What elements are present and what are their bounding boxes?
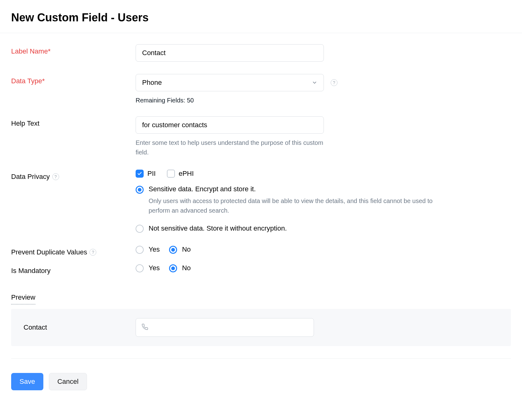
sensitive-radio[interactable] [136, 186, 144, 194]
sensitive-radio-description: Only users with access to protected data… [149, 196, 452, 215]
preview-panel: Contact [11, 309, 511, 346]
help-icon[interactable]: ? [331, 79, 337, 86]
pii-checkbox[interactable] [136, 170, 144, 178]
help-text-description: Enter some text to help users understand… [136, 138, 324, 157]
prevent-duplicates-label-text: Prevent Duplicate Values [11, 248, 87, 256]
remaining-fields-hint: Remaining Fields: 50 [136, 97, 511, 104]
is-mandatory-label: Is Mandatory [11, 264, 136, 275]
data-type-select[interactable]: Phone [136, 74, 324, 91]
label-name-label: Label Name* [11, 44, 136, 55]
save-button[interactable]: Save [11, 373, 43, 390]
chevron-down-icon [312, 80, 317, 85]
ephi-label: ePHI [179, 170, 194, 178]
help-text-label: Help Text [11, 116, 136, 128]
preview-field-label: Contact [24, 323, 136, 331]
is-mandatory-yes-radio[interactable] [136, 264, 144, 272]
prevent-duplicates-label: Prevent Duplicate Values ? [11, 245, 136, 256]
pii-label: PII [147, 170, 156, 178]
page-title: New Custom Field - Users [11, 11, 511, 24]
prevent-duplicates-yes-radio[interactable] [136, 246, 144, 254]
sensitive-radio-label: Sensitive data. Encrypt and store it. [149, 185, 452, 193]
preview-phone-input[interactable] [136, 318, 314, 337]
preview-heading: Preview [11, 293, 35, 305]
cancel-button[interactable]: Cancel [49, 373, 87, 390]
data-privacy-label: Data Privacy ? [11, 170, 136, 181]
data-type-value: Phone [142, 79, 162, 87]
help-text-input[interactable]: for customer contacts [136, 116, 324, 134]
help-icon[interactable]: ? [52, 173, 59, 180]
is-mandatory-no-radio[interactable] [169, 264, 177, 272]
not-sensitive-radio-label: Not sensitive data. Store it without enc… [149, 224, 287, 232]
label-name-value: Contact [142, 49, 166, 57]
is-mandatory-yes-label: Yes [149, 264, 160, 272]
help-icon[interactable]: ? [89, 249, 96, 256]
ephi-checkbox[interactable] [167, 170, 175, 178]
prevent-duplicates-no-radio[interactable] [169, 246, 177, 254]
is-mandatory-no-label: No [182, 264, 191, 272]
help-text-value: for customer contacts [142, 121, 207, 129]
data-type-label: Data Type* [11, 74, 136, 85]
data-privacy-label-text: Data Privacy [11, 173, 50, 181]
prevent-duplicates-yes-label: Yes [149, 245, 160, 253]
label-name-input[interactable]: Contact [136, 44, 324, 62]
prevent-duplicates-no-label: No [182, 245, 191, 253]
phone-icon [141, 323, 148, 331]
not-sensitive-radio[interactable] [136, 225, 144, 233]
